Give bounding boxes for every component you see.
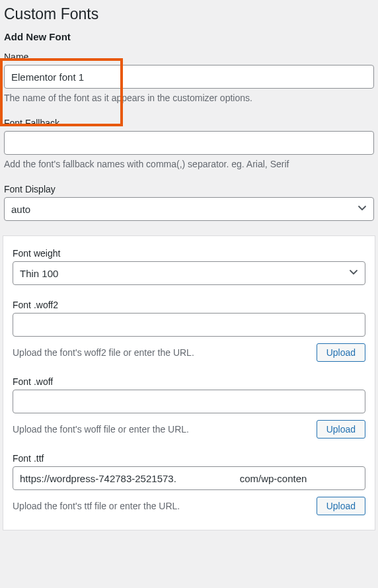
display-label: Font Display xyxy=(4,184,374,194)
woff2-field-group: Font .woff2 Upload the font's woff2 file… xyxy=(13,300,365,376)
name-input[interactable] xyxy=(4,65,374,89)
display-field-group: Font Display auto xyxy=(0,184,378,235)
ttf-input[interactable] xyxy=(13,466,365,490)
display-select[interactable]: auto xyxy=(4,197,374,221)
page-title: Custom Fonts xyxy=(0,0,378,31)
woff-field-group: Font .woff Upload the font's woff file o… xyxy=(13,376,365,453)
woff-help: Upload the font's woff file or enter the… xyxy=(13,424,310,435)
section-heading: Add New Font xyxy=(0,31,378,52)
fallback-input[interactable] xyxy=(4,131,374,155)
woff2-upload-button[interactable]: Upload xyxy=(317,343,365,362)
woff2-label: Font .woff2 xyxy=(13,300,365,310)
fallback-label: Font Fallback xyxy=(4,118,374,128)
fallback-help: Add the font's fallback names with comma… xyxy=(4,159,374,169)
weight-select[interactable]: Thin 100 xyxy=(13,261,365,285)
ttf-field-group: Font .ttf Upload the font's ttf file or … xyxy=(13,453,365,530)
name-label: Name xyxy=(4,52,374,62)
fallback-field-group: Font Fallback Add the font's fallback na… xyxy=(0,118,378,184)
weight-label: Font weight xyxy=(13,248,365,259)
woff2-help: Upload the font's woff2 file or enter th… xyxy=(13,347,310,358)
woff-upload-button[interactable]: Upload xyxy=(317,420,365,439)
name-help: The name of the font as it appears in th… xyxy=(4,93,374,103)
ttf-upload-button[interactable]: Upload xyxy=(317,497,365,515)
woff-input[interactable] xyxy=(13,390,365,413)
woff-label: Font .woff xyxy=(13,376,365,387)
ttf-label: Font .ttf xyxy=(13,453,365,464)
name-field-group: Name The name of the font as it appears … xyxy=(0,52,378,118)
font-files-panel: Font weight Thin 100 Font .woff2 Upload … xyxy=(3,235,375,530)
ttf-help: Upload the font's ttf file or enter the … xyxy=(13,501,310,511)
woff2-input[interactable] xyxy=(13,313,365,337)
weight-field-group: Font weight Thin 100 xyxy=(13,248,365,300)
